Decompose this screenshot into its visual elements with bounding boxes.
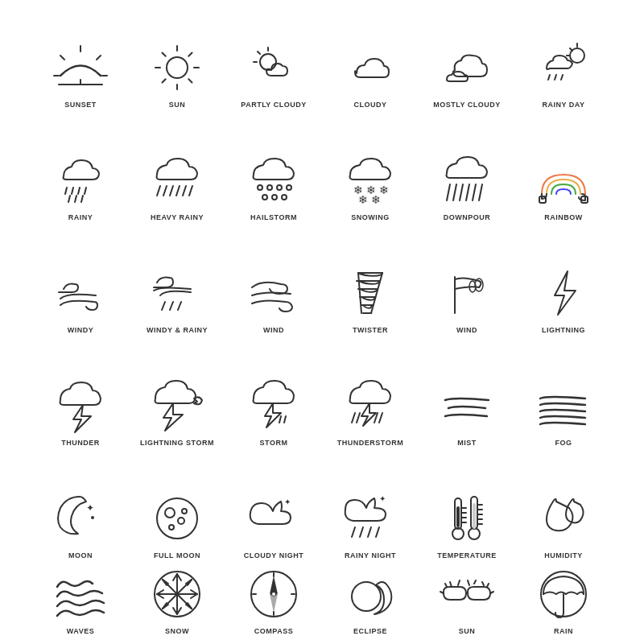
rainbow-icon [535,152,592,208]
svg-line-14 [188,53,192,56]
svg-line-29 [78,188,80,194]
temperature-icon [439,490,495,547]
cloudy-night-label: CLOUDY NIGHT [244,551,303,559]
svg-point-16 [260,54,276,70]
icon-cell-mist: MIST [419,341,515,453]
svg-line-86 [376,527,379,537]
svg-point-46 [282,195,287,200]
icon-cell-cloudy: CLOUDY [322,2,419,115]
icon-cell-cloudy-night: ✦ CLOUDY NIGHT [225,453,322,566]
svg-line-1 [60,56,64,60]
hailstorm-icon [246,152,302,208]
svg-line-36 [170,186,173,196]
svg-line-38 [183,186,186,196]
eclipse-icon [342,566,398,622]
wind-flag-label: WIND [456,326,477,334]
rainy-day-icon [535,39,592,96]
icon-cell-storm: STORM [225,341,322,453]
svg-line-31 [68,196,70,202]
svg-line-12 [163,53,166,56]
twister-icon [342,265,398,321]
icon-cell-rainbow: RAINBOW [515,115,612,228]
windy-label: WINDY [68,326,94,334]
icon-cell-hailstorm: HAILSTORM [225,115,322,228]
svg-line-33 [81,196,83,202]
svg-line-138 [474,580,476,584]
snowing-icon: ❄ ❄ ❄ ❄ ❄ [342,152,398,208]
icon-cell-twister: TWISTER [322,228,419,341]
icon-cell-partly-cloudy: PARTLY CLOUDY [225,2,322,115]
waves-icon [52,566,109,622]
svg-line-27 [65,188,67,194]
svg-point-78 [178,518,184,524]
lightning-icon [535,265,592,321]
sun-icon [149,39,205,96]
svg-line-25 [555,75,556,80]
icon-cell-temperature: TEMPERATURE [419,453,515,566]
rain-umbrella-icon [535,566,592,622]
temperature-label: TEMPERATURE [437,551,496,559]
full-moon-label: FULL MOON [154,551,200,559]
icon-cell-mostly-cloudy: MOSTLY CLOUDY [419,2,515,115]
icon-cell-waves: WAVES [32,566,129,642]
icon-grid: SUNSET SUN PARTLY CLOUDY [16,0,628,644]
svg-line-137 [468,580,469,585]
wind-flag-icon [439,265,495,321]
icon-cell-downpour: DOWNPOUR [419,115,515,228]
windy-rainy-label: WINDY & RAINY [147,326,208,334]
svg-point-42 [277,185,282,190]
icon-cell-rainy-night: ✦ RAINY NIGHT [322,453,419,566]
svg-line-68 [284,416,286,423]
windy-icon [52,265,109,321]
icon-cell-snowing: ❄ ❄ ❄ ❄ ❄ SNOWING [322,115,419,228]
svg-line-85 [368,527,371,537]
icon-cell-windy: WINDY [32,228,129,341]
windy-rainy-icon [149,265,205,321]
waves-label: WAVES [67,627,94,635]
svg-line-70 [352,413,355,423]
lightning-storm-icon [149,378,205,434]
rainy-icon [52,152,109,208]
icon-cell-rainy-day: RAINY DAY [515,2,612,115]
svg-line-50 [453,184,456,200]
svg-line-19 [258,52,260,54]
svg-line-59 [178,302,181,310]
twister-label: TWISTER [353,326,388,334]
moon-label: MOON [68,551,93,559]
icon-cell-sun: SUN [129,2,225,115]
snow-icon [149,566,205,622]
svg-line-28 [72,188,73,194]
rainy-label: RAINY [68,213,93,221]
svg-line-32 [75,196,76,202]
thunderstorm-icon [342,378,398,434]
humidity-label: HUMIDITY [544,551,583,559]
svg-line-84 [360,527,363,537]
svg-text:✦: ✦ [379,494,386,503]
compass-icon [246,566,302,622]
svg-line-24 [548,75,550,80]
full-moon-icon [149,490,205,547]
svg-point-88 [452,528,464,539]
hailstorm-label: HAILSTORM [250,213,297,221]
icon-cell-lightning: LIGHTNING [515,228,612,341]
svg-point-45 [272,195,277,200]
svg-line-51 [460,184,463,200]
sun-glasses-label: SUN [459,627,476,635]
svg-rect-96 [473,503,476,529]
mostly-cloudy-label: MOSTLY CLOUDY [433,101,501,109]
svg-marker-126 [270,594,278,613]
svg-point-95 [469,528,480,539]
svg-line-53 [473,184,476,200]
svg-line-139 [445,584,447,587]
wind-label: WIND [263,326,284,334]
icon-cell-heavy-rainy: HEAVY RAINY [129,115,225,228]
mist-icon [439,378,495,434]
cloudy-label: CLOUDY [354,101,387,109]
eclipse-label: ECLIPSE [353,627,387,635]
svg-point-79 [182,509,187,514]
thunder-icon [52,378,109,434]
svg-line-37 [176,186,180,196]
svg-marker-63 [555,271,576,315]
svg-line-141 [482,582,484,585]
humidity-icon [535,490,592,547]
